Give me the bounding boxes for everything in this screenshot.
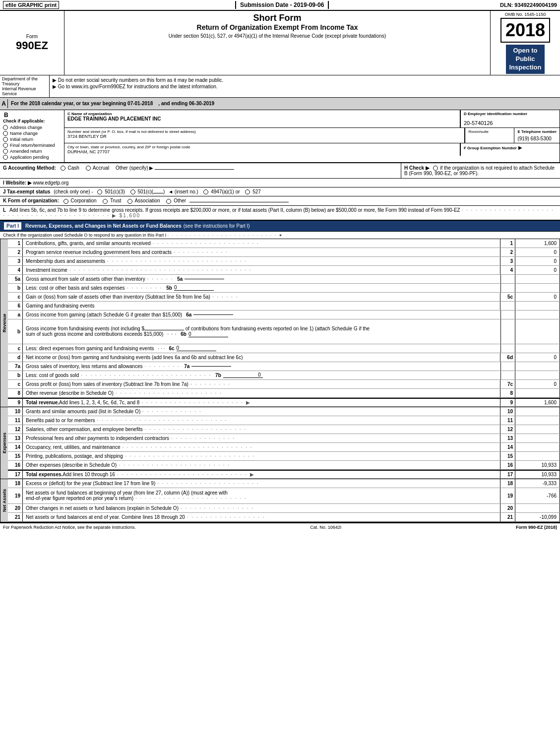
cash-radio[interactable]: [61, 166, 65, 171]
row-18-desc: Excess or (deficit) for the year (Subtra…: [23, 479, 500, 488]
accrual-radio-wrapper: Accrual: [86, 165, 111, 171]
accounting-section: G Accounting Method: Cash Accrual Other …: [0, 163, 560, 179]
row-1-value: 1,600: [515, 239, 560, 248]
final-return-radio[interactable]: [3, 143, 8, 148]
6a-inline-label: 6a: [186, 312, 191, 317]
527-radio[interactable]: [245, 189, 250, 194]
application-pending-radio[interactable]: [3, 155, 8, 160]
dln-number: DLN: 93492249004199: [500, 2, 557, 8]
assoc-wrapper: Association: [127, 198, 161, 203]
trust-label: Trust: [110, 198, 121, 203]
row-10-num: 10: [8, 407, 23, 416]
6a-inline-box: [193, 314, 233, 315]
instructions-wrapper: Department of the Treasury Internal Reve…: [0, 75, 560, 98]
check-applicable-left: B Check if applicable: Address change Na…: [0, 110, 64, 162]
section-b-label: B: [3, 111, 9, 120]
h-radio[interactable]: [433, 166, 438, 171]
no-ssn-text: ▶ Do not enter social security numbers o…: [53, 77, 223, 83]
section-a-row: A For the 2018 calendar year, or tax yea…: [0, 98, 560, 110]
form-number-box: Form 990EZ: [0, 11, 64, 75]
open-to-public-text: Open toPublicInspection: [509, 47, 541, 71]
row-4: 4 Investment income · · · · · · · · · · …: [8, 266, 560, 275]
revenue-section: Revenue 1 Contributions, gifts, grants, …: [0, 239, 560, 407]
initial-return-radio[interactable]: [3, 137, 8, 142]
name-change-radio[interactable]: [3, 131, 8, 136]
submission-date: Submission Date - 2019-09-06: [235, 1, 329, 9]
row-4-linenum: 4: [500, 266, 515, 274]
501c3-radio[interactable]: [97, 189, 102, 194]
row-5b: b Less: cost or other basis and sales ex…: [8, 284, 560, 293]
row-13: 13 Professional fees and other payments …: [8, 434, 560, 443]
row-9-value: 1,600: [515, 399, 560, 406]
row-13-desc: Professional fees and other payments to …: [23, 434, 500, 442]
row-13-linenum: 13: [500, 434, 515, 442]
row-7b-num: b: [8, 371, 23, 379]
trust-wrapper: Trust: [103, 198, 123, 203]
application-pending-item: Application pending: [3, 155, 61, 160]
row-6d-num: d: [8, 353, 23, 362]
row-5a-linenum: [500, 275, 515, 283]
row-17-desc: Total expenses. Add lines 10 through 16 …: [23, 471, 500, 478]
4947-radio[interactable]: [203, 189, 208, 194]
header-section: Form 990EZ Short Form Return of Organiza…: [0, 11, 560, 75]
corp-radio[interactable]: [63, 199, 68, 204]
accrual-radio[interactable]: [86, 166, 91, 171]
exempt-501c-wrapper: 501(c)(): [130, 189, 167, 194]
row-3-num: 3: [8, 257, 23, 265]
dept-line1: Department of the: [2, 76, 47, 81]
address-row: Number and street (or P. O. box, if mail…: [64, 128, 560, 143]
4947-label: 4947(a)(1) or: [211, 189, 240, 194]
row-3-value: 0: [515, 257, 560, 265]
check-schedule-dots: · · · · · · · · · · · · · · · · · · · · …: [168, 233, 283, 238]
dept-line3: Internal Revenue Service: [2, 86, 47, 96]
return-title: Return of Organization Exempt From Incom…: [68, 23, 486, 31]
h-check-circle[interactable]: [433, 165, 440, 171]
header-right: OMB No. 1545-1150 2018 Open toPublicInsp…: [491, 11, 560, 75]
expenses-side-label: Expenses: [0, 407, 8, 479]
assoc-radio[interactable]: [127, 199, 132, 204]
row-2: 2 Program service revenue including gove…: [8, 248, 560, 257]
goto-text: ▶ Go to www.irs.gov/Form990EZ for instru…: [53, 84, 218, 89]
row-6a-num: a: [8, 311, 23, 319]
net-assets-side-label: Net Assets: [0, 479, 8, 522]
row-9: 9 Total revenue. Add lines 1, 2, 3, 4, 5…: [8, 398, 560, 407]
row-7c-desc: Gross profit or (loss) from sales of inv…: [23, 380, 500, 388]
address-box: Number and street (or P. O. box, if mail…: [64, 128, 465, 143]
row-12: 12 Salaries, other compensation, and emp…: [8, 425, 560, 434]
expenses-section: Expenses 10 Grants and similar amounts p…: [0, 407, 560, 479]
footer-row: For Paperwork Reduction Act Notice, see …: [0, 522, 560, 531]
cash-radio-wrapper: Cash: [61, 165, 81, 171]
address-change-radio[interactable]: [3, 125, 8, 130]
accounting-left: G Accounting Method: Cash Accrual Other …: [0, 163, 401, 178]
amended-return-radio[interactable]: [3, 149, 8, 154]
row-16-linenum: 16: [500, 461, 515, 469]
501c3-label: 501(c)(3): [105, 189, 125, 194]
row-5c-num: c: [8, 293, 23, 301]
row-11-num: 11: [8, 416, 23, 425]
501c-radio[interactable]: [130, 189, 135, 194]
trust-radio[interactable]: [103, 199, 108, 204]
row-12-num: 12: [8, 425, 23, 434]
row-20-desc: Other changes in net assets or fund bala…: [23, 504, 500, 512]
501c-close: ): [163, 189, 165, 194]
6b-amount-line: [144, 330, 184, 330]
amended-return-item: Amended return: [3, 149, 61, 154]
initial-return-item: Initial return: [3, 137, 61, 142]
city-row: City or town, state or province, country…: [64, 143, 560, 156]
row-12-linenum: 12: [500, 425, 515, 434]
row-18-value: -9,333: [515, 479, 560, 488]
room-suite-box: Room/suite: [465, 128, 514, 143]
row-6c: c Less: direct expenses from gaming and …: [8, 344, 560, 353]
g-label: G Accounting Method:: [3, 165, 56, 171]
part-i-see-instructions: (see the instructions for Part I): [184, 223, 250, 229]
row-7b-value: [515, 371, 560, 379]
assoc-label: Association: [134, 198, 160, 203]
row-6d-desc: Net income or (loss) from gaming and fun…: [23, 353, 500, 362]
row-7a-linenum: [500, 362, 515, 371]
other-form-radio[interactable]: [166, 199, 171, 204]
527-label: 527: [252, 189, 261, 194]
row-6-header: 6 Gaming and fundraising events: [8, 302, 560, 311]
row-12-desc: Salaries, other compensation, and employ…: [23, 425, 500, 434]
exempt-527-wrapper: 527: [245, 189, 260, 194]
total-revenue-label: Total revenue.: [26, 400, 59, 405]
